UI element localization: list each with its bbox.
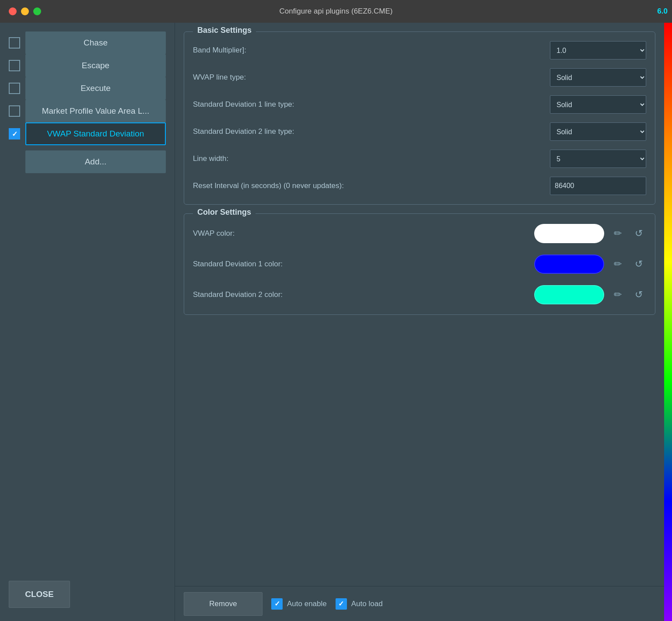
right-panel: Basic Settings Band Multiplier]:1.01.52.… <box>175 23 664 586</box>
remove-button[interactable]: Remove <box>184 592 262 616</box>
select-band_multiplier[interactable]: 1.01.52.02.5 <box>550 41 646 59</box>
auto-load-label: Auto load <box>351 600 383 608</box>
titlebar: Configure api plugins (6EZ6.CME) 6.0 <box>0 0 672 23</box>
close-button[interactable]: CLOSE <box>9 581 70 608</box>
color-swatch-std1_color[interactable] <box>534 255 604 274</box>
right-container: Basic Settings Band Multiplier]:1.01.52.… <box>175 23 664 621</box>
settings-label-line_width: Line width: <box>193 154 550 163</box>
eyedropper-icon-std1_color[interactable]: ✏ <box>610 257 625 272</box>
reset-color-button-vwap_color[interactable]: ↺ <box>631 226 646 241</box>
settings-control-reset_interval <box>550 177 646 195</box>
settings-label-std2_line_type: Standard Deviation 2 line type: <box>193 127 550 136</box>
plugin-button-chase[interactable]: Chase <box>25 31 166 54</box>
plugin-item-escape: Escape <box>9 54 166 77</box>
left-panel: ChaseEscapeExecuteMarket Profile Value A… <box>0 23 175 621</box>
settings-control-band_multiplier: 1.01.52.02.5 <box>550 41 646 59</box>
settings-label-reset_interval: Reset Interval (in seconds) (0 never upd… <box>193 181 550 190</box>
color-label-vwap_color: VWAP color: <box>193 229 534 238</box>
eyedropper-icon-std2_color[interactable]: ✏ <box>610 287 625 302</box>
select-std2_line_type[interactable]: SolidDashedDotted <box>550 122 646 141</box>
input-reset_interval[interactable] <box>550 177 646 195</box>
minimize-window-button[interactable] <box>21 7 29 15</box>
auto-enable-item: Auto enable <box>271 598 327 610</box>
basic-settings-section: Basic Settings Band Multiplier]:1.01.52.… <box>184 31 655 205</box>
color-settings-section: Color Settings VWAP color:✏↺Standard Dev… <box>184 213 655 315</box>
color-swatch-vwap_color[interactable] <box>534 224 604 243</box>
settings-row-reset_interval: Reset Interval (in seconds) (0 never upd… <box>193 176 646 195</box>
select-std1_line_type[interactable]: SolidDashedDotted <box>550 95 646 114</box>
color-swatch-std2_color[interactable] <box>534 285 604 304</box>
version-badge: 6.0 <box>657 7 668 16</box>
settings-row-wvap_line_type: WVAP line type:SolidDashedDotted <box>193 68 646 87</box>
checkbox-escape[interactable] <box>9 60 20 71</box>
color-controls-std1_color: ✏↺ <box>534 255 646 274</box>
color-controls-vwap_color: ✏↺ <box>534 224 646 243</box>
settings-row-line_width: Line width:12345 <box>193 149 646 168</box>
auto-load-item: Auto load <box>336 598 383 610</box>
reset-color-button-std2_color[interactable]: ↺ <box>631 287 646 302</box>
color-label-std2_color: Standard Deviation 2 color: <box>193 290 534 299</box>
color-row-vwap_color: VWAP color:✏↺ <box>193 223 646 244</box>
left-bottom: CLOSE <box>9 581 166 612</box>
settings-control-line_width: 12345 <box>550 150 646 168</box>
add-plugin-button[interactable]: Add... <box>25 150 166 173</box>
bottom-bar: Remove Auto enable Auto load <box>175 586 664 621</box>
settings-label-std1_line_type: Standard Deviation 1 line type: <box>193 100 550 109</box>
settings-control-std2_line_type: SolidDashedDotted <box>550 122 646 141</box>
auto-enable-checkbox[interactable] <box>271 598 283 610</box>
close-window-button[interactable] <box>9 7 17 15</box>
auto-enable-label: Auto enable <box>287 600 327 608</box>
add-plugin-item: Add... <box>9 150 166 173</box>
reset-color-button-std1_color[interactable]: ↺ <box>631 257 646 272</box>
window-title: Configure api plugins (6EZ6.CME) <box>280 7 393 16</box>
basic-settings-title: Basic Settings <box>193 26 256 35</box>
auto-load-checkbox[interactable] <box>336 598 347 610</box>
settings-row-std1_line_type: Standard Deviation 1 line type:SolidDash… <box>193 95 646 114</box>
maximize-window-button[interactable] <box>33 7 41 15</box>
checkbox-vwap_std[interactable] <box>9 128 20 140</box>
plugin-button-vwap_std[interactable]: VWAP Standard Deviation <box>25 122 166 145</box>
select-line_width[interactable]: 12345 <box>550 150 646 168</box>
eyedropper-icon-vwap_color[interactable]: ✏ <box>610 226 625 241</box>
checkbox-chase[interactable] <box>9 37 20 49</box>
settings-label-band_multiplier: Band Multiplier]: <box>193 46 550 55</box>
plugin-button-escape[interactable]: Escape <box>25 54 166 77</box>
color-row-std2_color: Standard Deviation 2 color:✏↺ <box>193 284 646 306</box>
plugin-item-chase: Chase <box>9 31 166 54</box>
color-sidebar <box>664 23 672 621</box>
color-settings-title: Color Settings <box>193 208 256 217</box>
window-controls <box>9 7 41 15</box>
checkbox-execute[interactable] <box>9 83 20 94</box>
plugin-button-execute[interactable]: Execute <box>25 77 166 100</box>
plugin-button-market_profile[interactable]: Market Profile Value Area L... <box>25 100 166 122</box>
settings-row-band_multiplier: Band Multiplier]:1.01.52.02.5 <box>193 41 646 60</box>
select-wvap_line_type[interactable]: SolidDashedDotted <box>550 68 646 87</box>
plugin-item-execute: Execute <box>9 77 166 100</box>
settings-label-wvap_line_type: WVAP line type: <box>193 73 550 82</box>
plugin-item-market_profile: Market Profile Value Area L... <box>9 100 166 122</box>
settings-control-std1_line_type: SolidDashedDotted <box>550 95 646 114</box>
plugin-item-vwap_std: VWAP Standard Deviation <box>9 122 166 145</box>
settings-row-std2_line_type: Standard Deviation 2 line type:SolidDash… <box>193 122 646 141</box>
color-row-std1_color: Standard Deviation 1 color:✏↺ <box>193 253 646 275</box>
checkbox-market_profile[interactable] <box>9 105 20 117</box>
color-label-std1_color: Standard Deviation 1 color: <box>193 260 534 269</box>
settings-control-wvap_line_type: SolidDashedDotted <box>550 68 646 87</box>
color-controls-std2_color: ✏↺ <box>534 285 646 304</box>
